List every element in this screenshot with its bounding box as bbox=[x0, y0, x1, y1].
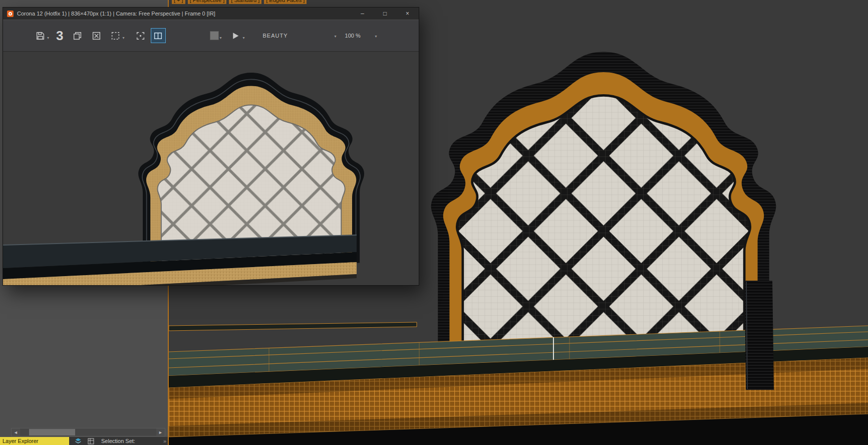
zoom-select[interactable]: 100 % ▾ bbox=[345, 33, 377, 39]
render-element-value: BEAUTY bbox=[263, 33, 288, 39]
scrollbar-track[interactable] bbox=[20, 428, 156, 436]
scroll-right-button[interactable]: ► bbox=[156, 428, 165, 436]
viewport-edged-faces-label[interactable]: [ Edged Faces ] bbox=[264, 0, 307, 4]
panel-status-bar: Layer Explorer Selection Set: » bbox=[0, 437, 168, 445]
bed-post-model[interactable] bbox=[745, 281, 774, 390]
layer-explorer-tab[interactable]: Layer Explorer bbox=[0, 437, 69, 445]
vfb-titlebar[interactable]: Corona 12 (Hotfix 1) | 836×470px (1:1) |… bbox=[3, 8, 419, 20]
selection-set-label: Selection Set: bbox=[101, 438, 135, 444]
headboard-model[interactable] bbox=[431, 52, 776, 342]
horizontal-scrollbar[interactable]: ◄ ► bbox=[11, 428, 165, 436]
vfb-toolbar: ▾ 3 ▾ bbox=[3, 20, 419, 52]
grid-icon[interactable] bbox=[87, 437, 94, 444]
render-dropdown-caret[interactable]: ▾ bbox=[243, 36, 245, 40]
clear-image-icon[interactable] bbox=[90, 30, 102, 42]
viewport-label-bar: [ + ] [ Perspective ] [ Standard ] [ Edg… bbox=[172, 0, 307, 4]
corona-vfb-window[interactable]: Corona 12 (Hotfix 1) | 836×470px (1:1) |… bbox=[3, 8, 419, 285]
max-application: [ + ] [ Perspective ] [ Standard ] [ Edg… bbox=[0, 0, 868, 445]
history-slot-count: 3 bbox=[56, 28, 63, 44]
scrollbar-thumb[interactable] bbox=[29, 429, 75, 435]
maximize-button[interactable]: □ bbox=[374, 8, 396, 20]
swatch-dropdown-caret[interactable]: ▾ bbox=[220, 36, 222, 40]
duplicate-icon[interactable] bbox=[71, 30, 83, 42]
viewport-shading-label[interactable]: [ Standard ] bbox=[229, 0, 261, 4]
start-render-icon[interactable] bbox=[230, 30, 242, 42]
close-button[interactable]: × bbox=[396, 8, 419, 20]
minimize-button[interactable]: – bbox=[351, 8, 374, 20]
save-dropdown-caret[interactable]: ▾ bbox=[47, 36, 49, 40]
overflow-chevrons[interactable]: » bbox=[163, 438, 166, 444]
rendered-image bbox=[3, 52, 419, 285]
viewport-pov-label[interactable]: [ Perspective ] bbox=[188, 0, 227, 4]
ab-compare-icon[interactable] bbox=[151, 28, 166, 43]
save-icon[interactable] bbox=[34, 30, 46, 42]
corona-logo-icon bbox=[7, 11, 14, 17]
render-region-icon[interactable] bbox=[109, 30, 121, 42]
render-element-select[interactable]: BEAUTY ▾ bbox=[263, 33, 337, 39]
zoom-caret: ▾ bbox=[375, 34, 377, 39]
scroll-left-button[interactable]: ◄ bbox=[12, 428, 20, 436]
color-swatch[interactable] bbox=[210, 31, 219, 40]
region-dropdown-caret[interactable]: ▾ bbox=[122, 36, 124, 40]
render-element-caret: ▾ bbox=[335, 34, 337, 39]
viewport-menu-label[interactable]: [ + ] bbox=[172, 0, 185, 4]
vfb-title: Corona 12 (Hotfix 1) | 836×470px (1:1) |… bbox=[17, 11, 351, 17]
zoom-value: 100 % bbox=[345, 33, 361, 39]
layers-icon[interactable] bbox=[75, 437, 82, 444]
focus-region-icon[interactable] bbox=[135, 30, 147, 42]
vfb-render-area[interactable] bbox=[3, 52, 419, 285]
